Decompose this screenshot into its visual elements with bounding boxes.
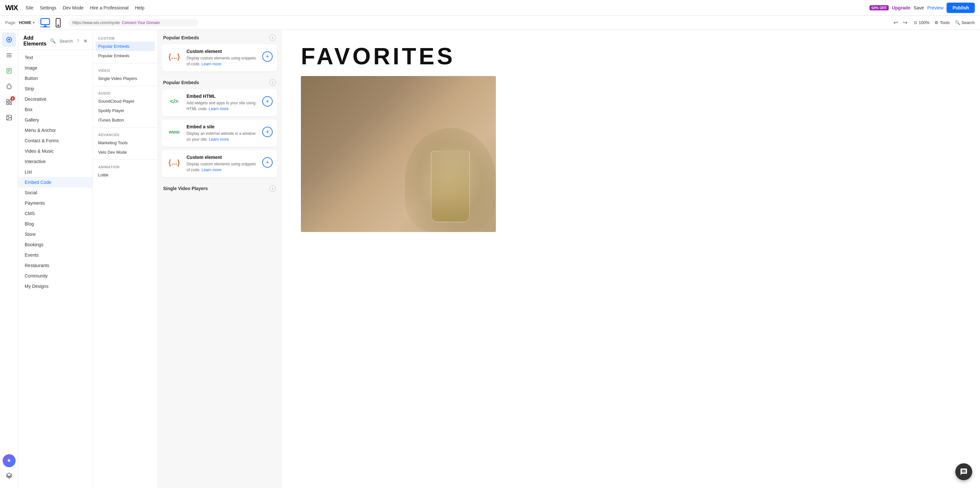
zoom-control[interactable]: ⊙ 100% bbox=[914, 20, 929, 25]
search-button[interactable]: 🔍 Search bbox=[955, 20, 975, 25]
panel-search-icon[interactable]: 🔍 bbox=[50, 38, 56, 43]
add-elements-icon[interactable] bbox=[2, 32, 16, 47]
svg-rect-15 bbox=[6, 100, 8, 102]
themes-icon[interactable] bbox=[2, 79, 16, 94]
element-video-music[interactable]: Video & Music bbox=[18, 146, 92, 156]
page-name[interactable]: HOME bbox=[19, 20, 32, 25]
tools-label: Tools bbox=[940, 20, 950, 25]
element-embed-code[interactable]: Embed Code bbox=[18, 177, 92, 188]
preview-button[interactable]: Preview bbox=[928, 5, 943, 10]
section-info-icon-1[interactable]: i bbox=[269, 35, 276, 41]
sub-item-lottie[interactable]: Lottie bbox=[93, 170, 158, 180]
sub-item-soundcloud[interactable]: SoundCloud Player bbox=[93, 97, 158, 106]
publish-button[interactable]: Publish bbox=[947, 3, 975, 13]
zoom-circle-icon: ⊙ bbox=[914, 20, 917, 25]
element-restaurants[interactable]: Restaurants bbox=[18, 260, 92, 271]
element-button[interactable]: Button bbox=[18, 73, 92, 84]
redo-button[interactable]: ↪ bbox=[902, 18, 908, 27]
icon-sidebar-bottom: ✦ bbox=[2, 454, 16, 485]
element-community[interactable]: Community bbox=[18, 271, 92, 281]
sub-item-velo[interactable]: Velo Dev Mode bbox=[93, 148, 158, 157]
nav-devmode[interactable]: Dev Mode bbox=[63, 5, 84, 10]
element-list[interactable]: List bbox=[18, 167, 92, 177]
html-embed-icon: </> bbox=[166, 94, 182, 109]
layers-icon[interactable] bbox=[2, 469, 16, 483]
sub-item-single-video[interactable]: Single Video Players bbox=[93, 74, 158, 83]
element-menu-anchor[interactable]: Menu & Anchor bbox=[18, 125, 92, 135]
sub-item-itunes[interactable]: iTunes Button bbox=[93, 115, 158, 125]
sub-item-spotify[interactable]: Spotify Player bbox=[93, 106, 158, 115]
panel-help-icon[interactable]: ? bbox=[77, 38, 79, 43]
learn-more-custom-2[interactable]: Learn more bbox=[202, 168, 221, 172]
section-title-1: Popular Embeds bbox=[163, 35, 199, 40]
element-store[interactable]: Store bbox=[18, 229, 92, 240]
menus-icon[interactable] bbox=[2, 48, 16, 62]
sub-section-audio: AUDIO bbox=[93, 89, 158, 97]
add-custom-element-btn-2[interactable]: + bbox=[262, 157, 273, 168]
element-interactive[interactable]: Interactive bbox=[18, 156, 92, 167]
nav-help[interactable]: Help bbox=[135, 5, 144, 10]
add-embed-site-btn[interactable]: + bbox=[262, 127, 273, 137]
sub-item-marketing[interactable]: Marketing Tools bbox=[93, 138, 158, 148]
element-gallery[interactable]: Gallery bbox=[18, 115, 92, 125]
section-info-icon-2[interactable]: i bbox=[269, 79, 276, 86]
connect-domain-link[interactable]: Connect Your Domain bbox=[122, 21, 160, 25]
sub-section-video: VIDEO bbox=[93, 66, 158, 74]
svg-rect-0 bbox=[41, 19, 50, 25]
add-embed-html-btn[interactable]: + bbox=[262, 96, 273, 107]
element-text[interactable]: Text bbox=[18, 52, 92, 63]
desktop-view-button[interactable] bbox=[40, 18, 50, 27]
nav-hire[interactable]: Hire a Professional bbox=[90, 5, 128, 10]
add-custom-element-btn-1[interactable]: + bbox=[262, 51, 273, 62]
url-text: https://www.wix.com/mysite bbox=[72, 21, 120, 25]
element-events[interactable]: Events bbox=[18, 250, 92, 260]
search-label: Search bbox=[961, 20, 975, 25]
second-nav: Page: HOME ▾ https://www.wix.com/mysite … bbox=[0, 16, 980, 30]
sub-section-custom: CUSTOM bbox=[93, 34, 158, 41]
element-payments[interactable]: Payments bbox=[18, 198, 92, 208]
ai-assistant-icon[interactable]: ✦ bbox=[3, 454, 16, 467]
section-info-icon-3[interactable]: i bbox=[269, 185, 276, 192]
chat-fab[interactable] bbox=[955, 463, 972, 480]
card-title-1: Custom element bbox=[186, 49, 258, 54]
element-cms[interactable]: CMS bbox=[18, 208, 92, 219]
element-my-designs[interactable]: My Designs bbox=[18, 281, 92, 291]
nav-settings[interactable]: Settings bbox=[40, 5, 57, 10]
content-panel: Popular Embeds i {...} Custom element Di… bbox=[158, 30, 282, 488]
element-strip[interactable]: Strip bbox=[18, 84, 92, 94]
apps-icon[interactable]: 4 bbox=[2, 95, 16, 109]
embed-html-content: Embed HTML Add widgets and apps to your … bbox=[186, 94, 258, 112]
mobile-view-button[interactable] bbox=[53, 18, 64, 27]
element-bookings[interactable]: Bookings bbox=[18, 240, 92, 250]
sub-item-popular-embeds-1[interactable]: Popular Embeds bbox=[95, 41, 155, 51]
panel-search-label[interactable]: Search bbox=[59, 39, 73, 43]
element-box[interactable]: Box bbox=[18, 104, 92, 115]
media-icon[interactable] bbox=[2, 110, 16, 125]
nav-site[interactable]: Site bbox=[25, 5, 33, 10]
element-contact-forms[interactable]: Contact & Forms bbox=[18, 135, 92, 146]
element-social[interactable]: Social bbox=[18, 188, 92, 198]
sub-divider-1 bbox=[93, 63, 158, 64]
panel-close-icon[interactable]: ✕ bbox=[83, 38, 88, 44]
page-chevron-icon[interactable]: ▾ bbox=[33, 21, 35, 25]
embed-custom-2-desc: Display custom elements using snippets o… bbox=[186, 161, 258, 173]
section-title-3: Single Video Players bbox=[163, 186, 208, 191]
learn-more-site[interactable]: Learn more bbox=[209, 137, 229, 141]
learn-more-html[interactable]: Learn more bbox=[208, 107, 228, 111]
undo-redo-controls: ↩ ↪ bbox=[892, 18, 908, 27]
element-blog[interactable]: Blog bbox=[18, 219, 92, 229]
sub-item-popular-embeds-2[interactable]: Popular Embeds bbox=[93, 51, 158, 60]
tools-button[interactable]: ⚙ Tools bbox=[934, 20, 950, 25]
save-button[interactable]: Save bbox=[914, 5, 924, 10]
learn-more-link-1[interactable]: Learn more bbox=[202, 62, 221, 66]
wix-logo: WIX bbox=[5, 3, 18, 12]
element-image[interactable]: Image bbox=[18, 63, 92, 73]
card-desc-1: Display custom elements using snippets o… bbox=[186, 55, 258, 67]
element-decorative[interactable]: Decorative bbox=[18, 94, 92, 104]
canvas-area: FAVORITES bbox=[282, 30, 980, 488]
embed-custom-2-content: Custom element Display custom elements u… bbox=[186, 155, 258, 173]
upgrade-button[interactable]: Upgrade bbox=[892, 5, 910, 10]
pages-icon[interactable] bbox=[2, 64, 16, 78]
embed-card-html: </> Embed HTML Add widgets and apps to y… bbox=[162, 89, 277, 116]
undo-button[interactable]: ↩ bbox=[892, 18, 899, 27]
